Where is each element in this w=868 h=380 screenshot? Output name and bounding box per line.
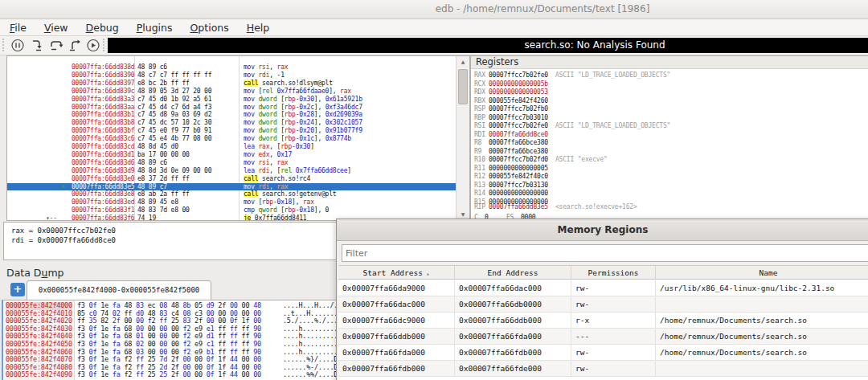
region-cell[interactable]: /home/remnux/Documents/search.so — [656, 313, 868, 329]
disasm-row[interactable]: 00007ffa:66dd83a3c7 45 d0 1b 92 a5 61mov… — [7, 96, 456, 104]
region-cell[interactable]: rw- — [571, 361, 656, 377]
disasm-row[interactable]: 00007ffa:66dd83ed48 89 45 e8mov [rbp-0x1… — [7, 198, 456, 206]
disasm-row[interactable]: 00007ffa:66dd83bfc7 45 e0 f9 77 b0 91mov… — [7, 127, 456, 135]
region-cell[interactable]: 0x00007ffa66dac000 — [455, 280, 571, 296]
region-cell[interactable]: 0x00007ffa66dac000 — [338, 296, 455, 313]
disasm-bytes: 48 8d 45 d0 — [137, 143, 178, 151]
disasm-row[interactable]: 00007ffa:66dd83aac7 45 d4 c7 6d a4 f3mov… — [7, 104, 456, 112]
region-cell[interactable]: rw- — [571, 296, 656, 313]
region-cell[interactable]: 0x00007ffa66ddb000 — [338, 329, 455, 345]
column-header-end-address[interactable]: End Address — [455, 266, 571, 280]
region-cell[interactable]: 0x00007ffa66dc9000 — [338, 313, 455, 329]
disasm-row[interactable]: 00007ffa:66dd83e0e8 37 2d ff ffcall sear… — [7, 175, 456, 183]
disasm-row[interactable]: 00007ffa:66dd83e8e8 ab 2a ff ffcall sear… — [7, 190, 456, 198]
disasm-bytes: c7 45 dc 57 10 2c 30 — [137, 119, 211, 127]
region-cell[interactable]: r-x — [571, 313, 656, 329]
register-name: RCX — [474, 80, 485, 89]
region-cell[interactable]: 0x00007ffa66fda000 — [338, 345, 455, 361]
registers-header: Registers — [471, 56, 868, 69]
disasm-bytes: e8 37 2d ff ff — [137, 175, 190, 183]
menu-item-options[interactable]: Options — [182, 20, 237, 35]
register-note: ASCII "execve" — [555, 156, 608, 165]
data-dump-label: Data Dump — [6, 267, 64, 279]
register-value: 00007ffa66bce380 — [489, 139, 548, 148]
toolbar-grip[interactable] — [2, 39, 7, 51]
region-cell[interactable]: /usr/lib/x86_64-linux-gnu/libc-2.31.so — [656, 280, 868, 296]
disasm-address: 00007ffa:66dd83cd — [72, 143, 134, 151]
disasm-instruction: mov [rel 0x7ffa66fdaae0], rax — [244, 88, 351, 96]
region-cell[interactable]: /home/remnux/Documents/search.so — [656, 329, 868, 345]
dialog-titlebar[interactable]: Memory Regions — [337, 219, 868, 241]
column-header-name[interactable]: Name — [656, 266, 868, 280]
step-over-button[interactable] — [48, 38, 64, 53]
column-header-permissions[interactable]: Permissions — [571, 266, 656, 280]
disasm-row[interactable]: 00007ffa:66dd83c6c7 45 e4 4b 77 08 00mov… — [7, 135, 456, 143]
disasm-instruction: mov rsi, rax — [244, 63, 288, 72]
region-cell[interactable]: 0x00007ffa66fdb000 — [455, 345, 571, 361]
filter-input[interactable] — [342, 244, 868, 262]
register-value: 00007ffa66dd83e5 — [489, 203, 548, 212]
scrollbar-thumb[interactable] — [458, 69, 468, 104]
region-cell[interactable]: 0x00007ffa66fdb000 — [338, 361, 455, 377]
add-dump-tab-button[interactable]: + — [10, 283, 25, 296]
run-button[interactable] — [85, 38, 101, 53]
disasm-address: 00007ffa:66dd83aa — [72, 104, 134, 112]
disasm-instruction: mov dword [rbp-0x2c], 0xf3a46dc7 — [244, 104, 362, 112]
memory-regions-table[interactable]: Start Address ▴End AddressPermissionsNam… — [338, 265, 868, 380]
registers-panel[interactable]: Registers RAX00007ffcc7b02fe0ASCII "LD_T… — [470, 55, 868, 221]
disasm-bytes: 48 89 c6 — [137, 159, 167, 167]
region-cell[interactable]: rw- — [571, 345, 656, 361]
register-name: RBX — [474, 97, 485, 106]
menu-item-help[interactable]: Help — [239, 20, 278, 35]
menu-bar: FileViewDebugPluginsOptionsHelp — [0, 19, 868, 36]
menu-item-debug[interactable]: Debug — [78, 20, 127, 35]
disasm-row[interactable]: 00007ffa:66dd83b1c7 45 d8 9a 03 69 d2mov… — [7, 111, 456, 119]
menu-item-view[interactable]: View — [36, 20, 76, 35]
region-cell[interactable]: /home/remnux/Documents/search.so — [656, 345, 868, 361]
disasm-row[interactable]: 00007ffa:66dd83d648 89 c6mov rsi, rax — [7, 159, 456, 167]
region-cell[interactable]: 0x00007ffa66fde000 — [455, 361, 571, 377]
region-cell[interactable] — [656, 296, 868, 313]
register-name: RDI — [474, 131, 485, 140]
step-into-button[interactable] — [29, 38, 45, 53]
column-header-start-address[interactable]: Start Address ▴ — [338, 266, 455, 280]
region-cell[interactable] — [656, 361, 868, 377]
disasm-row[interactable]: 00007ffa:66dd839c48 89 05 3d 27 20 00mov… — [7, 88, 456, 96]
disasm-row[interactable]: 00007ffa:66dd838d48 89 c6mov rsi, rax — [7, 63, 456, 72]
menu-item-file[interactable]: File — [2, 20, 35, 35]
disasm-row[interactable]: 00007ffa:66dd8397e8 bc 2b ff ffcall sear… — [7, 80, 456, 88]
pause-button[interactable] — [10, 38, 26, 53]
disasm-address: 00007ffa:66dd83f6 — [72, 215, 134, 221]
disasm-row[interactable]: 00007ffa:66dd83b8c7 45 dc 57 10 2c 30mov… — [7, 119, 456, 127]
register-name: RIP — [474, 203, 485, 212]
disasm-row[interactable]: 00007ffa:66dd83d948 8d 3d 0e 09 00 00lea… — [7, 167, 456, 175]
memory-regions-dialog: Memory Regions Start Address ▴End Addres… — [336, 219, 868, 380]
region-cell[interactable]: 0x00007ffa66ddb000 — [455, 313, 571, 329]
register-value: 00007ffcc7b03010 — [489, 114, 548, 123]
disassembly-scrollbar[interactable]: ▲ ▼ — [456, 56, 469, 220]
region-cell[interactable]: 0x00007ffa66fda000 — [455, 329, 571, 345]
disassembly-panel[interactable]: 00007ffa:66dd838d48 89 c6mov rsi, rax000… — [6, 55, 470, 221]
disasm-address: 00007ffa:66dd83f1 — [72, 206, 134, 215]
menu-item-plugins[interactable]: Plugins — [129, 20, 181, 35]
dump-address-tab[interactable]: 0x000055fe842f4000-0x000055fe842f5000 — [27, 280, 211, 300]
disasm-row[interactable]: 00007ffa:66dd83d1ba 17 00 00 00mov edx, … — [7, 151, 456, 159]
disasm-instruction: cmp qword [rbp-0x18], 0 — [244, 206, 329, 215]
disasm-address: 00007ffa:66dd83d9 — [72, 167, 134, 175]
register-value: 00007ffcc7b02fb0 — [489, 105, 548, 114]
disasm-row[interactable]: 00007ffa:66dd83f148 83 7d e8 00cmp qword… — [7, 206, 456, 215]
region-cell[interactable]: 0x00007ffa66db0000 — [455, 296, 571, 313]
disasm-bytes: e8 ab 2a ff ff — [137, 190, 190, 198]
disasm-row[interactable]: 00007ffa:66dd83cd48 8d 45 d0lea rax, [rb… — [7, 143, 456, 151]
disasm-row[interactable]: ➤00007ffa:66dd83e548 89 c7mov rdi, rax — [7, 183, 456, 191]
region-cell[interactable]: 0x00007ffa66da9000 — [338, 280, 455, 296]
step-out-button[interactable] — [68, 38, 84, 53]
register-name: R13 — [474, 182, 485, 190]
register-value: 000055fe842f40c0 — [489, 173, 548, 182]
scroll-up-arrow-icon[interactable]: ▲ — [457, 56, 469, 67]
disasm-row[interactable]: 00007ffa:66dd839048 c7 c7 ff ff ff ffmov… — [7, 72, 456, 80]
region-cell[interactable]: --- — [571, 329, 656, 345]
region-cell[interactable]: rw- — [571, 280, 656, 296]
disasm-bytes: ba 17 00 00 00 — [137, 151, 190, 159]
register-name: RSI — [474, 122, 485, 131]
